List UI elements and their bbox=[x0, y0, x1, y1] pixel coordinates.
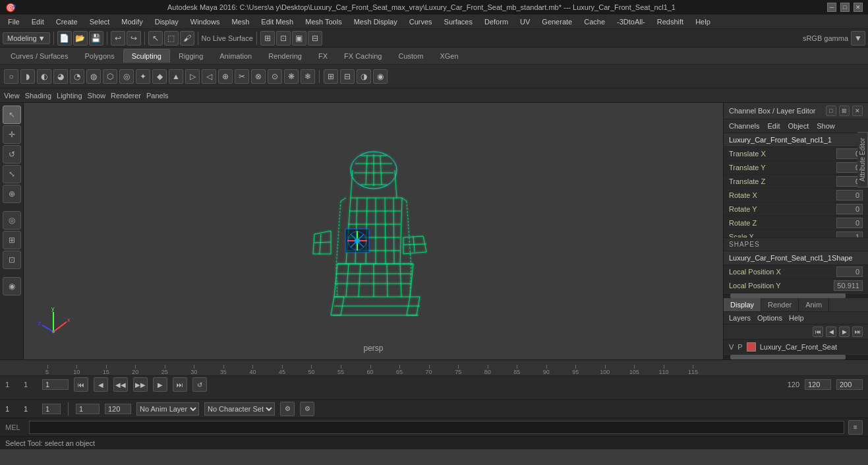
play-back[interactable]: ◀◀ bbox=[113, 377, 128, 392]
h-scrollbar[interactable] bbox=[724, 293, 868, 298]
anim-end-box[interactable] bbox=[105, 404, 131, 414]
nav-prev[interactable]: ◀ bbox=[826, 326, 836, 337]
menu-item-deform[interactable]: Deform bbox=[479, 16, 513, 27]
vp-menu-view[interactable]: View bbox=[4, 92, 20, 100]
mel-input[interactable] bbox=[29, 421, 844, 434]
sculpt-foamy[interactable]: ◎ bbox=[119, 69, 134, 84]
anim-end-field[interactable] bbox=[805, 379, 831, 390]
tab-sculpting[interactable]: Sculpting bbox=[123, 49, 170, 63]
redo-button[interactable]: ↪ bbox=[127, 31, 141, 46]
scale-tool[interactable]: ⤡ bbox=[3, 165, 21, 183]
shape-channel-value[interactable]: 50.911 bbox=[834, 280, 863, 291]
tab-polygons[interactable]: Polygons bbox=[76, 49, 122, 63]
vp-menu-lighting[interactable]: Lighting bbox=[57, 92, 82, 100]
play-forward[interactable]: ▶▶ bbox=[133, 377, 148, 392]
menu-item-generate[interactable]: Generate bbox=[536, 16, 577, 27]
layer-color-box[interactable] bbox=[747, 342, 756, 352]
sculpt-pinch[interactable]: ◍ bbox=[86, 69, 101, 84]
brush-button[interactable]: ◉ bbox=[373, 69, 388, 84]
sculpt-pull[interactable]: ◔ bbox=[70, 69, 84, 84]
channels-menu[interactable]: Channels bbox=[729, 122, 759, 130]
falloff-button[interactable]: ◑ bbox=[357, 69, 371, 84]
close-button[interactable]: ✕ bbox=[854, 3, 863, 12]
menu-item-redshift[interactable]: Redshift bbox=[652, 16, 689, 27]
panel-sub-help[interactable]: Help bbox=[789, 314, 804, 322]
view-btn3[interactable]: ▣ bbox=[292, 31, 306, 46]
anim-layer-select[interactable]: No Anim Layer bbox=[136, 402, 199, 416]
panel-sub-options[interactable]: Options bbox=[757, 314, 782, 322]
show-menu[interactable]: Show bbox=[817, 122, 835, 130]
tab-custom[interactable]: Custom bbox=[391, 49, 432, 63]
menu-item--3dtoall-[interactable]: -3DtoAll- bbox=[612, 16, 651, 27]
tab-fx-caching[interactable]: FX Caching bbox=[336, 49, 390, 63]
char-set-select[interactable]: No Character Set bbox=[204, 402, 275, 416]
nav-last[interactable]: ⏭ bbox=[852, 326, 863, 337]
vp-menu-renderer[interactable]: Renderer bbox=[111, 92, 141, 100]
menu-item-file[interactable]: File bbox=[3, 16, 25, 27]
timeline-ruler[interactable]: 5101520253035404550556065707580859095100… bbox=[0, 360, 868, 376]
menu-item-edit-mesh[interactable]: Edit Mesh bbox=[256, 16, 299, 27]
sculpt-grab[interactable]: ◗ bbox=[20, 69, 35, 84]
open-scene-button[interactable]: 📂 bbox=[73, 31, 88, 46]
sculpt-wax[interactable]: ▷ bbox=[185, 69, 200, 84]
new-scene-button[interactable]: 📄 bbox=[57, 31, 72, 46]
measure-tool[interactable]: ⊡ bbox=[3, 251, 21, 269]
menu-item-cache[interactable]: Cache bbox=[579, 16, 610, 27]
universal-tool[interactable]: ⊕ bbox=[3, 185, 21, 203]
save-scene-button[interactable]: 💾 bbox=[89, 31, 103, 46]
script-editor-button[interactable]: ≡ bbox=[848, 420, 863, 435]
char-set-options[interactable]: ⚙ bbox=[280, 402, 295, 416]
tab-xgen[interactable]: XGen bbox=[432, 49, 466, 63]
go-to-end[interactable]: ⏭ bbox=[173, 377, 187, 392]
object-menu[interactable]: Object bbox=[788, 122, 809, 130]
anim-range-end[interactable] bbox=[836, 379, 863, 390]
shape-channel-value[interactable]: 0 bbox=[836, 266, 863, 277]
panel-sub-layers[interactable]: Layers bbox=[729, 314, 751, 322]
menu-item-windows[interactable]: Windows bbox=[185, 16, 225, 27]
view-btn2[interactable]: ⊡ bbox=[276, 31, 291, 46]
step-back[interactable]: ◀ bbox=[94, 377, 108, 392]
sculpt-bulge[interactable]: ⊙ bbox=[268, 69, 282, 84]
sculpt-flatten[interactable]: ⬡ bbox=[103, 69, 117, 84]
tab-animation[interactable]: Animation bbox=[212, 49, 260, 63]
anim-start-box[interactable] bbox=[76, 404, 100, 414]
layers-h-scrollbar[interactable] bbox=[724, 354, 868, 359]
tab-rendering[interactable]: Rendering bbox=[260, 49, 310, 63]
tab-fx[interactable]: FX bbox=[310, 49, 335, 63]
panel-close[interactable]: ✕ bbox=[852, 106, 863, 116]
channel-value[interactable]: 1 bbox=[836, 232, 863, 237]
vp-menu-panels[interactable]: Panels bbox=[146, 92, 169, 100]
menu-item-mesh[interactable]: Mesh bbox=[226, 16, 254, 27]
sculpt-push[interactable]: ◕ bbox=[53, 69, 68, 84]
edit-menu[interactable]: Edit bbox=[767, 122, 780, 130]
menu-item-mesh-tools[interactable]: Mesh Tools bbox=[300, 16, 347, 27]
lasso-button[interactable]: ⬚ bbox=[164, 31, 179, 46]
anim-options[interactable]: ⚙ bbox=[300, 402, 314, 416]
tab-curves--surfaces[interactable]: Curves / Surfaces bbox=[3, 49, 76, 63]
panel-tab-display[interactable]: Display bbox=[724, 298, 761, 311]
sculpt-imprint[interactable]: ▲ bbox=[169, 69, 183, 84]
sculpt-freeze[interactable]: ❄ bbox=[301, 69, 315, 84]
channel-value[interactable]: 0 bbox=[836, 218, 863, 228]
minimize-button[interactable]: ─ bbox=[827, 3, 836, 12]
frame-field[interactable] bbox=[42, 379, 69, 390]
menu-item-mesh-display[interactable]: Mesh Display bbox=[349, 16, 403, 27]
menu-item-edit[interactable]: Edit bbox=[26, 16, 49, 27]
sym-button[interactable]: ⊟ bbox=[340, 69, 355, 84]
sculpt-scrape[interactable]: ◁ bbox=[202, 69, 216, 84]
gamma-dropdown[interactable]: ▼ bbox=[851, 31, 865, 46]
sculpt-smear[interactable]: ⊗ bbox=[251, 69, 266, 84]
viewport[interactable]: persp x y z bbox=[24, 103, 723, 359]
sculpt-fill[interactable]: ⊕ bbox=[218, 69, 233, 84]
sculpt-smooth[interactable]: ◐ bbox=[37, 69, 51, 84]
select-tool-button[interactable]: ↖ bbox=[148, 31, 163, 46]
tab-rigging[interactable]: Rigging bbox=[171, 49, 211, 63]
move-tool[interactable]: ✛ bbox=[3, 125, 21, 144]
menu-item-help[interactable]: Help bbox=[690, 16, 716, 27]
menu-item-modify[interactable]: Modify bbox=[116, 16, 148, 27]
view-btn4[interactable]: ⊟ bbox=[308, 31, 322, 46]
show-hide-tool[interactable]: ◉ bbox=[3, 277, 21, 295]
menu-item-surfaces[interactable]: Surfaces bbox=[439, 16, 478, 27]
panel-expand[interactable]: □ bbox=[826, 106, 836, 116]
sculpt-repeat[interactable]: ◆ bbox=[152, 69, 167, 84]
